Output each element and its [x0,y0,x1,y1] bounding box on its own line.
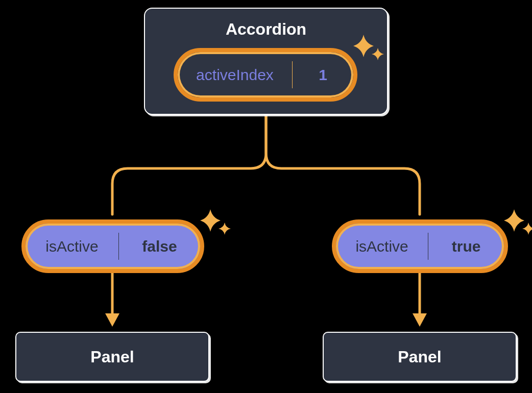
child-prop-value-left: false [119,224,200,269]
sparkle-icon [503,205,532,241]
child-prop-pill-left: isActive false [21,219,204,273]
diagram-canvas: Accordion activeIndex 1 isActive false i… [0,0,532,393]
parent-state-key: activeIndex [178,52,292,97]
child-label-right: Panel [398,348,441,366]
svg-marker-0 [105,313,119,327]
child-component-box-right: Panel [323,332,517,382]
child-prop-pill-right: isActive true [332,219,508,273]
child-label-left: Panel [90,348,134,366]
parent-state-pill: activeIndex 1 [174,48,357,102]
child-prop-key-right: isActive [336,224,428,269]
svg-marker-1 [413,313,427,327]
parent-title: Accordion [145,20,387,39]
child-prop-value-right: true [428,224,504,269]
sparkle-icon [199,205,235,241]
parent-state-value: 1 [293,52,353,97]
child-prop-key-left: isActive [26,224,118,269]
child-component-box-left: Panel [15,332,209,382]
